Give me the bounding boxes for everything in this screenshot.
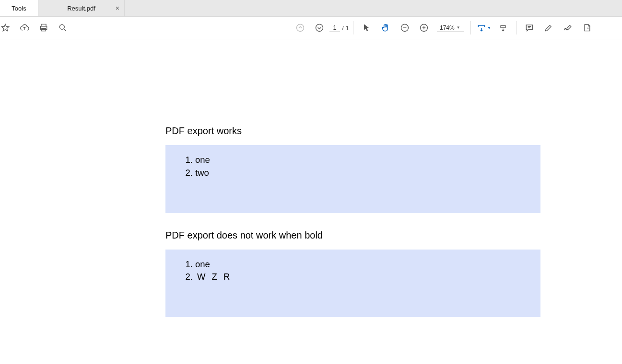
separator [516,21,516,34]
chevron-down-icon: ▼ [457,25,460,30]
section1-title: PDF export works [165,125,540,136]
svg-point-7 [316,24,323,32]
svg-point-4 [59,24,64,29]
cloud-upload-icon[interactable] [15,19,34,37]
pdf-page: PDF export works one two PDF export does… [0,39,622,334]
tab-bar: Tools Result.pdf × [0,0,622,17]
document-viewport[interactable]: PDF export works one two PDF export does… [0,39,622,364]
highlight-icon[interactable] [540,19,558,37]
svg-point-6 [297,24,304,32]
page-up-icon[interactable] [291,19,309,37]
zoom-out-icon[interactable] [396,19,414,37]
print-icon[interactable] [35,19,53,37]
garbled-text: W Z R [195,272,232,282]
scroll-mode-icon[interactable] [494,19,512,37]
selection-cursor-icon[interactable] [357,19,376,37]
svg-rect-13 [501,25,505,28]
page-down-icon[interactable] [310,19,329,37]
comment-icon[interactable] [520,19,539,37]
tab-tools-label: Tools [12,5,26,12]
tab-tools[interactable]: Tools [0,0,38,16]
separator [353,21,353,34]
list-item: two [195,167,526,180]
svg-rect-3 [42,29,46,31]
section1-block: one two [165,145,540,213]
toolbar: / 1 174% ▼ ▼ [0,17,622,39]
svg-line-5 [64,29,66,31]
zoom-value: 174% [440,24,455,31]
section1-list: one two [180,154,526,180]
tab-file-label: Result.pdf [67,5,95,12]
page-indicator: / 1 [329,23,349,32]
zoom-in-icon[interactable] [415,19,433,37]
current-page-input[interactable] [329,23,340,32]
chevron-down-icon: ▼ [487,26,491,30]
sign-icon[interactable] [559,19,577,37]
hand-tool-icon[interactable] [376,19,395,37]
section2-block: one W Z R [165,250,540,318]
list-item: W Z R [195,271,526,284]
stamp-icon[interactable] [578,19,596,37]
close-tab-icon[interactable]: × [116,5,119,11]
total-pages: 1 [346,24,349,32]
list-item: one [195,154,526,167]
fit-width-icon[interactable]: ▼ [475,19,493,37]
section2-list: one W Z R [180,258,526,284]
svg-marker-0 [2,24,9,31]
tab-file[interactable]: Result.pdf × [38,0,125,16]
separator [470,21,471,34]
section2-title: PDF export does not work when bold [165,230,540,241]
zoom-select[interactable]: 174% ▼ [437,24,464,32]
star-icon[interactable] [0,19,14,37]
list-item: one [195,258,526,271]
find-icon[interactable] [54,19,72,37]
page-sep: / [342,24,344,32]
